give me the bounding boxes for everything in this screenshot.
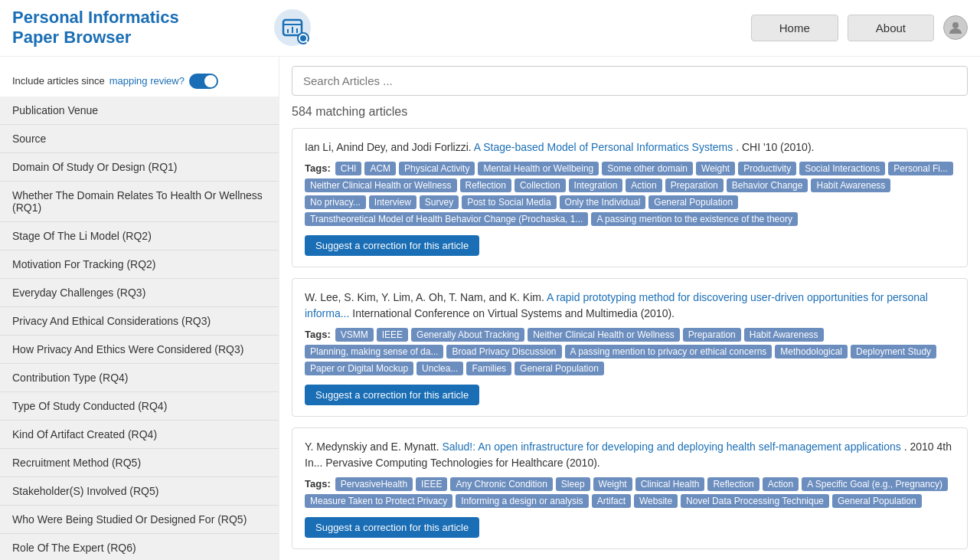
user-icon[interactable] xyxy=(943,15,968,40)
sidebar-item-privacy-ethical[interactable]: Privacy And Ethical Considerations (RQ3) xyxy=(0,307,279,336)
sidebar-item-stakeholder[interactable]: Stakeholder(S) Involved (RQ5) xyxy=(0,477,279,506)
tag[interactable]: Productivity xyxy=(738,162,796,175)
tag[interactable]: PervasiveHealth xyxy=(335,477,413,491)
suggest-correction-button[interactable]: Suggest a correction for this article xyxy=(305,517,479,538)
tag[interactable]: Interview xyxy=(369,195,416,209)
tag[interactable]: Reflection xyxy=(460,178,511,192)
tag[interactable]: Personal Fi... xyxy=(888,162,953,175)
tag[interactable]: CHI xyxy=(335,162,362,175)
tag[interactable]: Transtheoretical Model of Health Behavio… xyxy=(305,212,588,226)
include-toggle-row: Include articles since mapping review? xyxy=(0,66,279,97)
tag[interactable]: Deployment Study xyxy=(851,345,936,359)
tag[interactable]: Survey xyxy=(420,195,459,209)
tag[interactable]: Neither Clinical Health or Wellness xyxy=(528,328,680,342)
tag[interactable]: Weight xyxy=(593,477,632,491)
tag[interactable]: Informing a design or analysis xyxy=(456,494,588,508)
tag[interactable]: Physical Activity xyxy=(399,162,475,175)
article-card: Y. Medynskiy and E. Mynatt. Salud!: An o… xyxy=(292,427,968,549)
tag[interactable]: Generally About Tracking xyxy=(411,328,524,342)
sidebar: Include articles since mapping review? P… xyxy=(0,57,279,560)
suggest-correction-button[interactable]: Suggest a correction for this article xyxy=(305,235,479,256)
logo-area: Personal Informatics Paper Browser xyxy=(12,8,273,48)
sidebar-item-contribution-type[interactable]: Contribution Type (RQ4) xyxy=(0,364,279,392)
tag[interactable]: A Specific Goal (e.g., Pregnancy) xyxy=(802,477,948,491)
tag[interactable]: Mental Health or Wellbeing xyxy=(478,162,599,175)
sidebar-item-source[interactable]: Source xyxy=(0,125,279,153)
tag[interactable]: Sleep xyxy=(556,477,590,491)
tag[interactable]: Only the Individual xyxy=(560,195,646,209)
tags-row: Tags: PervasiveHealth IEEE Any Chronic C… xyxy=(305,477,955,508)
tag[interactable]: Website xyxy=(634,494,678,508)
tag[interactable]: Unclea... xyxy=(416,362,463,375)
about-button[interactable]: About xyxy=(848,15,934,41)
tag[interactable]: A passing mention to the existence of th… xyxy=(591,212,798,226)
sidebar-item-publication-venue[interactable]: Publication Venue xyxy=(0,97,279,125)
tag[interactable]: IEEE xyxy=(416,477,447,491)
tag[interactable]: Post to Social Media xyxy=(462,195,556,209)
tag[interactable]: Reflection xyxy=(707,477,759,491)
sidebar-item-privacy-how[interactable]: How Privacy And Ethics Were Considered (… xyxy=(0,336,279,364)
tag[interactable]: Habit Awareness xyxy=(811,178,890,192)
sidebar-item-li-model[interactable]: Stage Of The Li Model (RQ2) xyxy=(0,222,279,251)
article-citation: W. Lee, S. Kim, Y. Lim, A. Oh, T. Nam, a… xyxy=(305,290,955,322)
tag[interactable]: Social Interactions xyxy=(799,162,885,175)
tag[interactable]: Neither Clinical Health or Wellness xyxy=(305,178,457,192)
article-citation: Ian Li, Anind Dey, and Jodi Forlizzi. A … xyxy=(305,139,955,156)
tag[interactable]: Habit Awareness xyxy=(744,328,824,342)
tags-row: Tags: VSMM IEEE Generally About Tracking… xyxy=(305,328,955,375)
tag[interactable]: A passing mention to privacy or ethical … xyxy=(565,345,773,359)
svg-point-9 xyxy=(952,22,959,28)
logo-icon xyxy=(273,8,312,47)
article-card: W. Lee, S. Kim, Y. Lim, A. Oh, T. Nam, a… xyxy=(292,278,968,417)
article-citation: Y. Medynskiy and E. Mynatt. Salud!: An o… xyxy=(305,439,955,471)
suggest-correction-button[interactable]: Suggest a correction for this article xyxy=(305,385,479,405)
tag[interactable]: Clinical Health xyxy=(635,477,705,491)
tag[interactable]: Action xyxy=(626,178,662,192)
article-link[interactable]: A Stage-based Model of Personal Informat… xyxy=(474,141,733,153)
tag[interactable]: Measure Taken to Protect Privacy xyxy=(305,494,452,508)
search-input[interactable] xyxy=(292,66,968,96)
nav-bar: Home About xyxy=(751,15,968,41)
tag[interactable]: Any Chronic Condition xyxy=(450,477,552,491)
tag[interactable]: IEEE xyxy=(377,328,408,342)
tag[interactable]: Collection xyxy=(514,178,566,192)
sidebar-item-recruitment[interactable]: Recruitment Method (RQ5) xyxy=(0,449,279,477)
tag[interactable]: Some other domain xyxy=(602,162,693,175)
tag[interactable]: Integration xyxy=(569,178,623,192)
tag[interactable]: Methodological xyxy=(775,345,848,359)
header: Personal Informatics Paper Browser Home … xyxy=(0,0,980,57)
tag[interactable]: Novel Data Processing Technique xyxy=(681,494,829,508)
tag[interactable]: Families xyxy=(466,362,511,375)
mapping-toggle[interactable] xyxy=(189,74,218,89)
sidebar-item-everyday-challenges[interactable]: Everyday Challenges (RQ3) xyxy=(0,279,279,307)
sidebar-item-role-expert[interactable]: Role Of The Expert (RQ6) xyxy=(0,534,279,560)
tag[interactable]: VSMM xyxy=(335,328,374,342)
tag[interactable]: Paper or Digital Mockup xyxy=(305,362,413,375)
sidebar-item-who-studied[interactable]: Who Were Being Studied Or Designed For (… xyxy=(0,506,279,534)
sidebar-item-health-wellness[interactable]: Whether The Domain Relates To Health Or … xyxy=(0,182,279,222)
home-button[interactable]: Home xyxy=(751,15,838,41)
tag[interactable]: Broad Privacy Discussion xyxy=(446,345,561,359)
sidebar-item-motivation[interactable]: Motivation For Tracking (RQ2) xyxy=(0,251,279,279)
tag[interactable]: Preparation xyxy=(665,178,724,192)
include-label: Include articles since xyxy=(12,75,105,87)
results-count: 584 matching articles xyxy=(292,105,968,119)
tag[interactable]: Planning, making sense of da... xyxy=(305,345,443,359)
tags-row: Tags: CHI ACM Physical Activity Mental H… xyxy=(305,162,955,226)
tag[interactable]: Preparation xyxy=(683,328,741,342)
tag[interactable]: General Population xyxy=(648,195,738,209)
tag[interactable]: Action xyxy=(763,477,799,491)
tag[interactable]: General Population xyxy=(514,362,604,375)
sidebar-item-domain-of-study[interactable]: Domain Of Study Or Design (RQ1) xyxy=(0,153,279,182)
mapping-review-link[interactable]: mapping review? xyxy=(109,75,185,87)
article-link[interactable]: Salud!: An open infrastructure for devel… xyxy=(443,440,901,453)
tag[interactable]: No privacy... xyxy=(305,195,366,209)
tag[interactable]: Behavior Change xyxy=(727,178,808,192)
article-card: Ian Li, Anind Dey, and Jodi Forlizzi. A … xyxy=(292,128,968,267)
tag[interactable]: ACM xyxy=(364,162,396,175)
tag[interactable]: Weight xyxy=(696,162,735,175)
sidebar-item-kind-artifact[interactable]: Kind Of Artifact Created (RQ4) xyxy=(0,421,279,449)
tag[interactable]: Artifact xyxy=(592,494,631,508)
sidebar-item-type-of-study[interactable]: Type Of Study Conducted (RQ4) xyxy=(0,392,279,421)
tag[interactable]: General Population xyxy=(832,494,922,508)
